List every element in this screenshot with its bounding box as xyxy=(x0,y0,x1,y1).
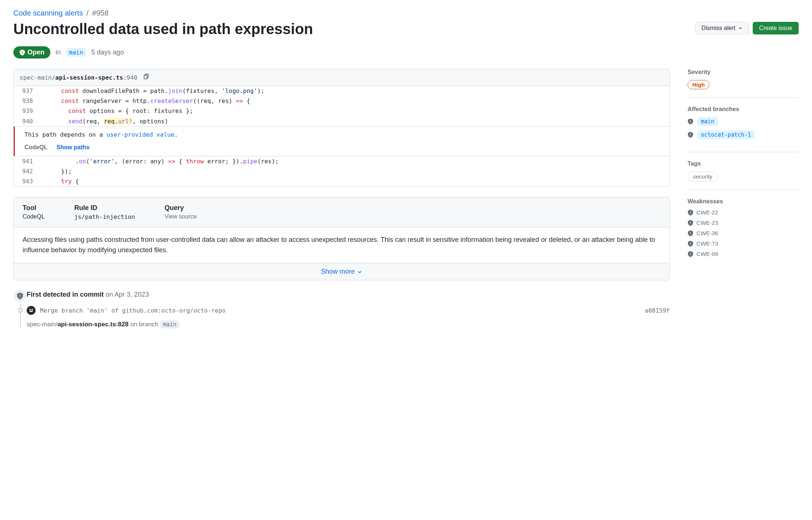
shield-icon xyxy=(688,119,693,124)
line-number: 938 xyxy=(14,96,40,106)
code-lines-before: 937 const downloadFilePath = path.join(f… xyxy=(14,86,669,126)
commit-sha[interactable]: a08159f xyxy=(645,307,670,314)
breadcrumb-current: #958 xyxy=(92,9,109,17)
view-source-link[interactable]: View source xyxy=(164,213,197,220)
query-heading: Query xyxy=(164,204,197,212)
chevron-down-icon xyxy=(738,26,743,30)
branch-pill[interactable]: main xyxy=(697,117,718,126)
line-number: 937 xyxy=(14,86,40,96)
page-title: Uncontrolled data used in path expressio… xyxy=(13,20,313,38)
weakness-row[interactable]: CWE-22 xyxy=(688,209,799,216)
affected-branch-row: octocat-patch-1 xyxy=(688,130,799,139)
file-name: api-session-spec.ts xyxy=(55,74,123,81)
tool-label: CodeQL xyxy=(24,144,47,151)
weakness-row[interactable]: CWE-23 xyxy=(688,220,799,226)
affected-branch-row: main xyxy=(688,117,799,126)
chevron-down-icon xyxy=(357,269,362,274)
avatar xyxy=(27,306,36,315)
timeline-file-path[interactable]: api-session-spec.ts:828 xyxy=(57,321,129,328)
shield-icon xyxy=(688,132,693,138)
show-paths-link[interactable]: Show paths xyxy=(56,144,90,151)
shield-icon xyxy=(19,50,25,56)
severity-badge: High xyxy=(688,80,709,89)
tool-value: CodeQL xyxy=(23,213,45,220)
code-line: 943 try { xyxy=(14,176,669,186)
breadcrumb-parent-link[interactable]: Code scanning alerts xyxy=(13,9,83,17)
breadcrumb: Code scanning alerts / #958 xyxy=(13,9,799,17)
branch-pill[interactable]: main xyxy=(66,48,86,57)
rule-box: Tool CodeQL Rule ID js/path-injection Qu… xyxy=(13,197,670,280)
weakness-row[interactable]: CWE-36 xyxy=(688,230,799,237)
sidebar: Severity High Affected branches mainocto… xyxy=(688,69,799,261)
timeline-shield-icon xyxy=(13,289,27,303)
line-number: 940 xyxy=(14,116,40,126)
code-line: 942 }); xyxy=(14,166,669,176)
code-box: spec-main/api-session-spec.ts:940 937 co… xyxy=(13,69,670,187)
create-issue-button[interactable]: Create issue xyxy=(753,22,799,34)
status-badge: Open xyxy=(13,46,50,59)
shield-icon xyxy=(688,220,693,226)
branch-pill[interactable]: octocat-patch-1 xyxy=(697,130,755,139)
commit-dot-icon xyxy=(18,308,23,313)
line-number: 941 xyxy=(14,156,40,166)
in-label: in xyxy=(56,49,61,56)
line-number: 943 xyxy=(14,176,40,186)
severity-heading: Severity xyxy=(688,69,799,76)
line-number: 942 xyxy=(14,166,40,176)
show-more-link[interactable]: Show more xyxy=(321,268,362,276)
shield-icon xyxy=(688,251,693,257)
annotation-block: This path depends on a user-provided val… xyxy=(14,126,669,156)
shield-icon xyxy=(688,210,693,216)
weakness-row[interactable]: CWE-73 xyxy=(688,240,799,247)
ruleid-value: js/path-injection xyxy=(74,213,135,220)
svg-point-0 xyxy=(29,309,31,310)
file-header: spec-main/api-session-spec.ts:940 xyxy=(14,69,669,86)
age-label: 5 days ago xyxy=(91,49,124,56)
dismiss-alert-button[interactable]: Dismiss alert xyxy=(695,22,749,34)
tags-heading: Tags xyxy=(688,160,799,167)
tag-chip[interactable]: security xyxy=(688,171,718,181)
line-number: 939 xyxy=(14,106,40,116)
svg-point-1 xyxy=(31,309,33,310)
timeline-branch-chip[interactable]: main xyxy=(160,320,179,329)
commit-message[interactable]: Merge branch 'main' of github.com:octo-o… xyxy=(40,307,226,314)
user-provided-value-link[interactable]: user-provided value xyxy=(107,131,174,138)
weaknesses-heading: Weaknesses xyxy=(688,198,799,205)
weakness-row[interactable]: CWE-99 xyxy=(688,251,799,257)
first-detected-label: First detected in commit xyxy=(27,291,104,298)
ruleid-heading: Rule ID xyxy=(74,204,135,212)
copy-icon[interactable] xyxy=(143,74,149,81)
timeline: First detected in commit on Apr 3, 2023 … xyxy=(13,291,670,328)
shield-icon xyxy=(688,241,693,247)
shield-icon xyxy=(688,230,693,236)
code-line: 941 .on('error', (error: any) => { throw… xyxy=(14,156,669,166)
code-lines-after: 941 .on('error', (error: any) => { throw… xyxy=(14,156,669,187)
code-line: 939 const options = { root: fixtures }; xyxy=(14,106,669,116)
tool-heading: Tool xyxy=(23,204,45,212)
rule-description: Accessing files using paths constructed … xyxy=(14,227,669,263)
code-line: 940 send(req, req.url!, options) xyxy=(14,116,669,126)
code-line: 938 const rangeServer = http.createServe… xyxy=(14,96,669,106)
branches-heading: Affected branches xyxy=(688,106,799,113)
code-line: 937 const downloadFilePath = path.join(f… xyxy=(14,86,669,96)
